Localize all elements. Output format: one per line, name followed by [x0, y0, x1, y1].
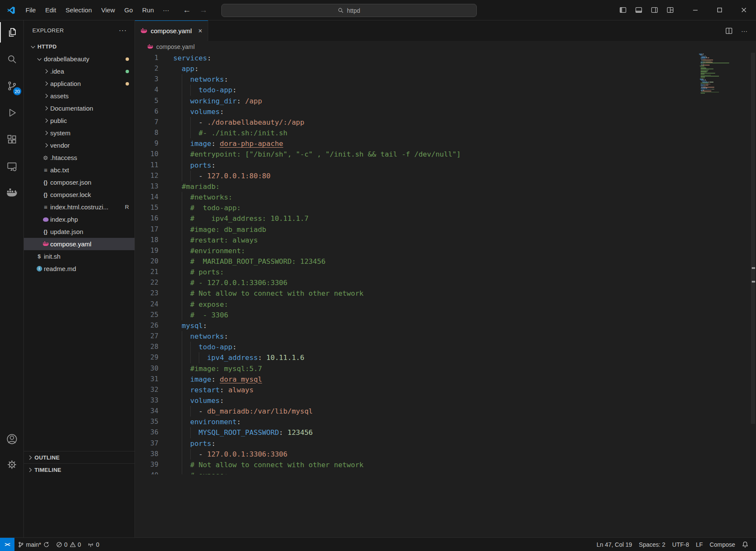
tree-item-vendor[interactable]: vendor: [24, 139, 135, 151]
tree-item-label: update.json: [50, 228, 83, 235]
editor-actions: ···: [725, 20, 747, 41]
activity-search-button[interactable]: [0, 49, 23, 69]
code-line-39: 39# Not allow to connect with other netw…: [135, 460, 756, 470]
nav-back-icon[interactable]: ←: [183, 6, 191, 15]
tree-item-compose-yaml[interactable]: compose.yaml: [24, 238, 135, 250]
menu-go[interactable]: Go: [120, 4, 137, 17]
minimize-button[interactable]: [683, 0, 707, 20]
code-line-27: 27networks:: [135, 331, 756, 342]
chevron-right-icon: [28, 468, 32, 472]
ports-status[interactable]: 0: [84, 538, 103, 551]
activity-run-debug-button[interactable]: [0, 103, 23, 123]
git-status-dot: [126, 70, 129, 73]
menu-edit[interactable]: Edit: [40, 4, 61, 17]
timeline-section[interactable]: TIMELINE: [24, 463, 135, 476]
tree-item-init-sh[interactable]: $init.sh: [24, 250, 135, 263]
close-window-button[interactable]: [732, 0, 756, 20]
line-number: 28: [135, 342, 158, 352]
code-line-37: 37ports:: [135, 438, 756, 449]
toggle-secondary-sidebar-icon[interactable]: [651, 6, 658, 14]
activity-source-control-button[interactable]: 20: [0, 76, 23, 96]
line-number: 27: [135, 331, 158, 342]
menu-run[interactable]: Run: [137, 4, 159, 17]
code-line-30: 30#image: mysql:5.7: [135, 363, 756, 374]
toggle-panel-icon[interactable]: [635, 6, 642, 14]
line-number: 7: [135, 117, 158, 128]
tree-item-system[interactable]: system: [24, 127, 135, 139]
remote-indicator[interactable]: ><: [0, 538, 14, 551]
editor-more-icon[interactable]: ···: [741, 27, 747, 34]
close-tab-icon[interactable]: ×: [198, 27, 202, 35]
branch-label: main*: [26, 541, 41, 548]
cursor-position[interactable]: Ln 47, Col 19: [593, 541, 636, 548]
activity-docker-button[interactable]: [0, 183, 23, 203]
branch-status[interactable]: main*: [14, 538, 53, 551]
editor-scrollbar[interactable]: [750, 53, 756, 474]
tree-item-composer-lock[interactable]: {}composer.lock: [24, 188, 135, 201]
sidebar-title: EXPLORER: [32, 27, 64, 34]
tree-item-public[interactable]: public: [24, 114, 135, 127]
breadcrumb[interactable]: compose.yaml: [135, 41, 756, 53]
tab-label: compose.yaml: [151, 27, 192, 34]
status-bar-right: Ln 47, Col 19 Spaces: 2 UTF-8 LF Compose: [593, 541, 752, 548]
menu-more-button[interactable]: ···: [159, 6, 174, 14]
customize-layout-icon[interactable]: [667, 6, 674, 14]
menu-selection[interactable]: Selection: [61, 4, 97, 17]
line-number: 25: [135, 310, 158, 320]
problems-status[interactable]: 0 0: [53, 538, 85, 551]
menu-file[interactable]: File: [21, 4, 40, 17]
line-number: 29: [135, 352, 158, 363]
line-number: 5: [135, 96, 158, 106]
gear-icon: [6, 459, 17, 470]
outline-section[interactable]: OUTLINE: [24, 451, 135, 463]
tree-item-assets[interactable]: assets: [24, 90, 135, 102]
minimap[interactable]: [699, 54, 750, 94]
tab-compose-yaml[interactable]: compose.yaml ×: [135, 20, 208, 41]
settings-button[interactable]: [0, 454, 23, 475]
accounts-button[interactable]: [0, 429, 23, 449]
encoding-status[interactable]: UTF-8: [669, 541, 693, 548]
errors-count: 0: [64, 541, 68, 548]
menu-view[interactable]: View: [97, 4, 120, 17]
tree-item-idea[interactable]: .idea: [24, 65, 135, 77]
line-number: 26: [135, 320, 158, 331]
line-number: 37: [135, 438, 158, 449]
radio-tower-icon: [88, 542, 94, 548]
tree-item-label: init.sh: [44, 253, 60, 260]
git-status-letter: R: [125, 204, 129, 210]
code-editor[interactable]: 1services:2app:3networks:4todo-app:5work…: [135, 53, 756, 474]
docker-whale-icon: [6, 188, 17, 199]
tree-item-composer-json[interactable]: {}composer.json: [24, 176, 135, 188]
language-mode[interactable]: Compose: [706, 541, 739, 548]
tree-item-readme-md[interactable]: ireadme.md: [24, 263, 135, 275]
status-bar: >< main* 0 0 0 Ln 47, Col 19 Spaces: 2 U…: [0, 537, 756, 551]
split-editor-icon[interactable]: [725, 27, 733, 34]
tree-item-abc-txt[interactable]: ≡abc.txt: [24, 164, 135, 176]
line-number: 24: [135, 299, 158, 310]
tree-item-index-html-costruzi[interactable]: ≡index.html.costruzi...R: [24, 201, 135, 213]
indentation-status[interactable]: Spaces: 2: [636, 541, 669, 548]
nav-forward-icon[interactable]: →: [200, 6, 208, 15]
scrollbar-slider[interactable]: [751, 53, 755, 424]
tree-item-htaccess[interactable]: .htaccess: [24, 151, 135, 164]
notifications-button[interactable]: [739, 541, 752, 548]
tree-item-dorabellabeauty[interactable]: dorabellabeauty: [24, 53, 135, 65]
activity-explorer-button[interactable]: [0, 22, 23, 43]
tree-item-documentation[interactable]: Documentation: [24, 102, 135, 114]
tree-item-httpd[interactable]: HTTPD: [24, 40, 135, 53]
tree-item-index-php[interactable]: index.php: [24, 213, 135, 226]
tree-item-update-json[interactable]: {}update.json: [24, 226, 135, 238]
maximize-button[interactable]: [707, 0, 732, 20]
activity-remote-explorer-button[interactable]: [0, 156, 23, 177]
tree-item-label: application: [50, 80, 81, 87]
activity-extensions-button[interactable]: [0, 129, 23, 150]
eol-status[interactable]: LF: [693, 541, 706, 548]
shell-icon: $: [37, 254, 40, 259]
toggle-primary-sidebar-icon[interactable]: [619, 6, 627, 14]
tree-item-application[interactable]: application: [24, 77, 135, 90]
command-center-search[interactable]: httpd: [221, 4, 477, 17]
braces-icon: {}: [43, 229, 47, 234]
line-number: 38: [135, 449, 158, 460]
code-line-24: 24# expose:: [135, 299, 756, 310]
explorer-more-button[interactable]: ···: [119, 27, 127, 34]
